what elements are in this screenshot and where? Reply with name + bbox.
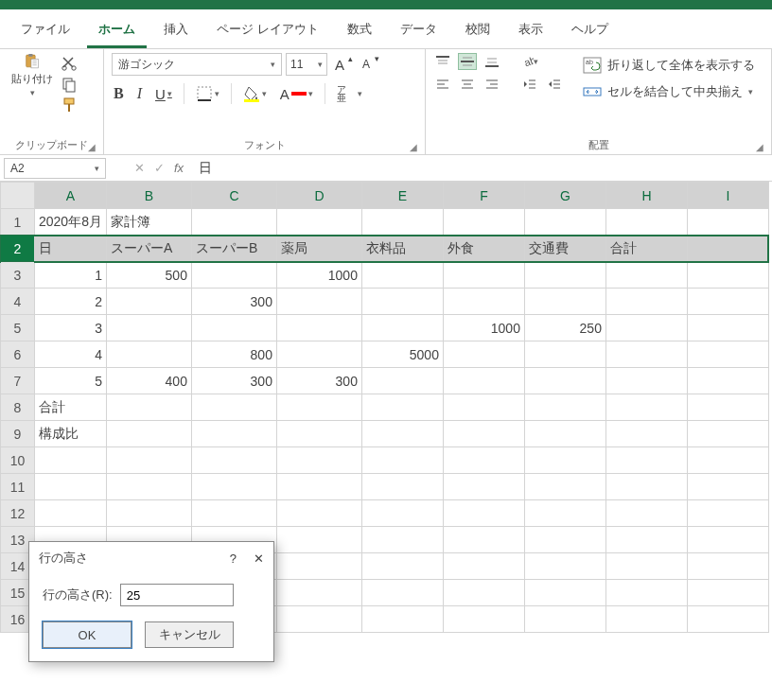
cell-I12[interactable] [687, 500, 768, 527]
cell-F5[interactable]: 1000 [443, 315, 524, 341]
font-name-combo[interactable]: 游ゴシック▾ [112, 53, 282, 76]
cell-C3[interactable] [191, 262, 276, 289]
increase-indent-icon[interactable] [545, 76, 564, 93]
cell-C4[interactable]: 300 [191, 289, 276, 315]
cell-A6[interactable]: 4 [35, 341, 107, 368]
cell-B4[interactable] [106, 289, 191, 315]
cell-B3[interactable]: 500 [106, 262, 191, 289]
cell-C9[interactable] [191, 421, 276, 447]
cell-E6[interactable]: 5000 [361, 341, 443, 368]
cell-A11[interactable] [35, 474, 107, 500]
cell-F9[interactable] [443, 421, 524, 447]
cell-H2[interactable]: 合計 [605, 236, 687, 262]
fx-icon[interactable]: fx [174, 161, 184, 175]
cell-A4[interactable]: 2 [35, 289, 107, 315]
cell-B6[interactable] [106, 341, 191, 368]
ok-button[interactable]: OK [43, 621, 132, 648]
select-all-corner[interactable] [1, 183, 35, 209]
cell-G9[interactable] [524, 421, 605, 447]
row-header-7[interactable]: 7 [1, 368, 35, 394]
cell-I1[interactable] [687, 209, 768, 236]
chevron-down-icon[interactable]: ▾ [358, 89, 362, 98]
cell-D2[interactable]: 薬局 [276, 236, 361, 262]
align-middle-icon[interactable] [458, 53, 477, 70]
tab-ファイル[interactable]: ファイル [9, 15, 81, 48]
cell-B12[interactable] [106, 500, 191, 527]
cell-E1[interactable] [361, 209, 443, 236]
cell-H14[interactable] [605, 553, 687, 580]
col-header-A[interactable]: A [35, 183, 107, 209]
cell-H10[interactable] [605, 447, 687, 474]
cell-F6[interactable] [443, 341, 524, 368]
cell-I8[interactable] [687, 394, 768, 421]
cell-A9[interactable]: 構成比 [35, 421, 107, 447]
cell-D1[interactable] [276, 209, 361, 236]
cell-G16[interactable] [524, 606, 605, 633]
cell-B11[interactable] [106, 474, 191, 500]
tab-ヘルプ[interactable]: ヘルプ [560, 15, 620, 48]
cell-A5[interactable]: 3 [35, 315, 107, 341]
cell-E15[interactable] [361, 580, 443, 606]
cell-F15[interactable] [443, 580, 524, 606]
tab-表示[interactable]: 表示 [507, 15, 554, 48]
cell-F7[interactable] [443, 368, 524, 394]
row-header-12[interactable]: 12 [1, 500, 35, 527]
col-header-E[interactable]: E [361, 183, 443, 209]
paste-dropdown-icon[interactable]: ▾ [30, 88, 35, 97]
dialog-help-icon[interactable]: ? [230, 551, 237, 566]
cell-F16[interactable] [443, 606, 524, 633]
cell-G13[interactable] [524, 527, 605, 553]
cell-D4[interactable] [276, 289, 361, 315]
border-button[interactable]: ▾ [194, 83, 221, 104]
fill-color-button[interactable]: ▾ [241, 83, 269, 104]
cell-A10[interactable] [35, 447, 107, 474]
bold-button[interactable]: B [112, 83, 126, 104]
cell-E4[interactable] [361, 289, 443, 315]
phonetic-guide-button[interactable]: ア 亜 [335, 83, 348, 104]
merge-center-button[interactable]: セルを結合して中央揃え ▾ [583, 83, 755, 100]
cell-B2[interactable]: スーパーA [106, 236, 191, 262]
cell-H13[interactable] [605, 527, 687, 553]
align-left-icon[interactable] [433, 76, 452, 93]
cell-E8[interactable] [361, 394, 443, 421]
cell-I14[interactable] [687, 553, 768, 580]
cell-A3[interactable]: 1 [35, 262, 107, 289]
row-header-3[interactable]: 3 [1, 262, 35, 289]
cell-H5[interactable] [605, 315, 687, 341]
cell-G5[interactable]: 250 [524, 315, 605, 341]
cell-C1[interactable] [191, 209, 276, 236]
cell-G12[interactable] [524, 500, 605, 527]
cell-H12[interactable] [605, 500, 687, 527]
row-header-8[interactable]: 8 [1, 394, 35, 421]
row-header-11[interactable]: 11 [1, 474, 35, 500]
cell-I13[interactable] [687, 527, 768, 553]
cell-D6[interactable] [276, 341, 361, 368]
cell-F4[interactable] [443, 289, 524, 315]
align-bottom-icon[interactable] [482, 53, 501, 70]
cell-E7[interactable] [361, 368, 443, 394]
tab-ホーム[interactable]: ホーム [87, 15, 147, 48]
col-header-H[interactable]: H [605, 183, 687, 209]
cell-B1[interactable]: 家計簿 [106, 209, 191, 236]
align-right-icon[interactable] [482, 76, 501, 93]
cell-H6[interactable] [605, 341, 687, 368]
cell-A12[interactable] [35, 500, 107, 527]
col-header-B[interactable]: B [106, 183, 191, 209]
cell-I16[interactable] [687, 606, 768, 633]
cell-D13[interactable] [276, 527, 361, 553]
cell-I4[interactable] [687, 289, 768, 315]
cell-E9[interactable] [361, 421, 443, 447]
cell-H8[interactable] [605, 394, 687, 421]
paste-icon[interactable] [24, 53, 41, 70]
cell-F11[interactable] [443, 474, 524, 500]
row-header-1[interactable]: 1 [1, 209, 35, 236]
row-header-2[interactable]: 2 [1, 236, 35, 262]
formula-bar[interactable]: 日 [193, 160, 764, 177]
cell-C5[interactable] [191, 315, 276, 341]
name-box[interactable]: A2▾ [4, 158, 106, 179]
cell-I9[interactable] [687, 421, 768, 447]
cell-I7[interactable] [687, 368, 768, 394]
tab-データ[interactable]: データ [389, 15, 448, 48]
col-header-D[interactable]: D [276, 183, 361, 209]
col-header-F[interactable]: F [443, 183, 524, 209]
